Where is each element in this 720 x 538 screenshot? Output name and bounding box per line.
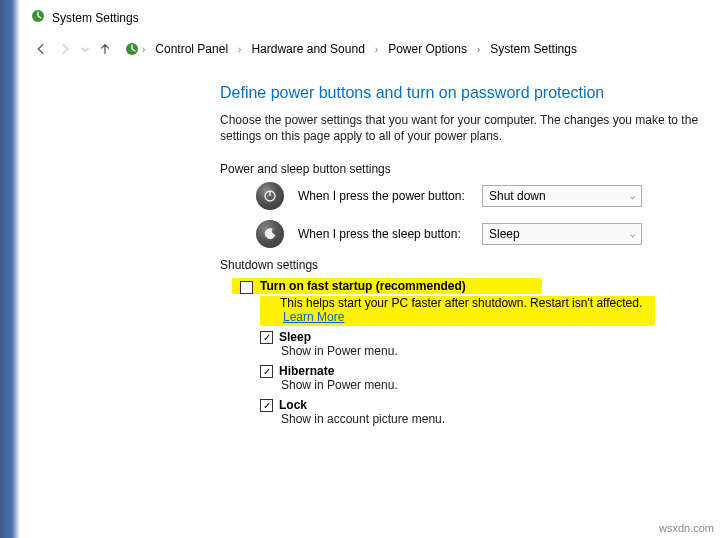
breadcrumb-control-panel[interactable]: Control Panel (147, 39, 236, 59)
lock-row: Lock (260, 398, 720, 412)
sleep-label: Sleep (279, 330, 311, 344)
window-title: System Settings (52, 11, 139, 25)
sleep-button-value: Sleep (489, 227, 520, 241)
recent-dropdown[interactable] (78, 38, 92, 60)
chevron-right-icon[interactable]: › (236, 44, 243, 55)
up-button[interactable] (94, 38, 116, 60)
window-left-edge (0, 0, 20, 538)
section-shutdown-heading: Shutdown settings (220, 258, 720, 272)
watermark: wsxdn.com (659, 522, 714, 534)
window-titlebar: System Settings (30, 8, 139, 27)
back-button[interactable] (30, 38, 52, 60)
breadcrumb-power-options[interactable]: Power Options (380, 39, 475, 59)
power-button-label: When I press the power button: (298, 189, 468, 203)
lock-label: Lock (279, 398, 307, 412)
sleep-button-dropdown[interactable]: Sleep ⌵ (482, 223, 642, 245)
sleep-button-row: When I press the sleep button: Sleep ⌵ (256, 220, 720, 248)
hibernate-sub: Show in Power menu. (281, 378, 720, 392)
hibernate-checkbox[interactable] (260, 365, 273, 378)
page-description: Choose the power settings that you want … (220, 112, 720, 144)
section-power-sleep-heading: Power and sleep button settings (220, 162, 720, 176)
breadcrumb-system-settings[interactable]: System Settings (482, 39, 585, 59)
lock-checkbox[interactable] (260, 399, 273, 412)
power-button-row: When I press the power button: Shut down… (256, 182, 720, 210)
power-icon (256, 182, 284, 210)
power-options-icon (30, 8, 46, 27)
breadcrumb: › Control Panel › Hardware and Sound › P… (124, 39, 585, 59)
fast-startup-checkbox[interactable] (240, 281, 253, 294)
breadcrumb-hardware-sound[interactable]: Hardware and Sound (243, 39, 372, 59)
chevron-right-icon[interactable]: › (140, 44, 147, 55)
chevron-down-icon: ⌵ (630, 191, 635, 201)
shutdown-settings-section: Shutdown settings Turn on fast startup (… (220, 258, 720, 426)
sleep-checkbox[interactable] (260, 331, 273, 344)
power-options-icon (124, 41, 140, 57)
chevron-down-icon: ⌵ (630, 229, 635, 239)
content-area: Define power buttons and turn on passwor… (220, 84, 720, 432)
sleep-sub: Show in Power menu. (281, 344, 720, 358)
fast-startup-label: Turn on fast startup (recommended) (260, 279, 538, 293)
chevron-right-icon[interactable]: › (475, 44, 482, 55)
sleep-icon (256, 220, 284, 248)
sleep-button-label: When I press the sleep button: (298, 227, 468, 241)
power-button-value: Shut down (489, 189, 546, 203)
navigation-bar: › Control Panel › Hardware and Sound › P… (30, 38, 585, 60)
learn-more-link[interactable]: Learn More (283, 310, 344, 324)
fast-startup-row: Turn on fast startup (recommended) (232, 278, 542, 294)
hibernate-label: Hibernate (279, 364, 334, 378)
power-button-dropdown[interactable]: Shut down ⌵ (482, 185, 642, 207)
page-title: Define power buttons and turn on passwor… (220, 84, 720, 102)
hibernate-row: Hibernate (260, 364, 720, 378)
fast-startup-sub: This helps start your PC faster after sh… (260, 296, 655, 326)
lock-sub: Show in account picture menu. (281, 412, 720, 426)
chevron-right-icon[interactable]: › (373, 44, 380, 55)
sleep-row: Sleep (260, 330, 720, 344)
forward-button[interactable] (54, 38, 76, 60)
